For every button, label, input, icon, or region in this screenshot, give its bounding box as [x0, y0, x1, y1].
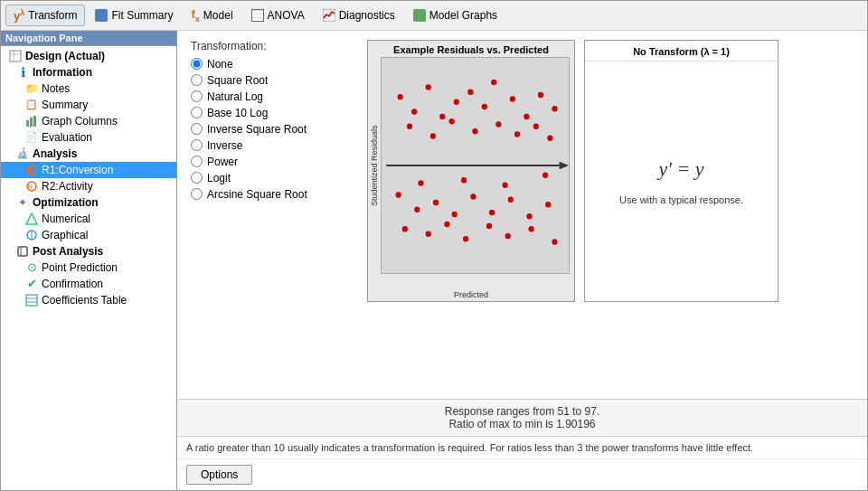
analysis-icon: 🔬 [15, 146, 30, 161]
svg-point-61 [503, 182, 508, 187]
nav-item-information[interactable]: ℹ Information [1, 64, 176, 80]
graph-columns-label: Graph Columns [42, 115, 118, 127]
design-icon [8, 49, 23, 63]
toolbar: yλ Transform Fit Summary fx Model ANOVA … [1, 1, 867, 31]
nav-item-confirmation[interactable]: ✔ Confirmation [1, 276, 176, 292]
radio-inverse-sqrt[interactable]: Inverse Square Root [191, 123, 354, 136]
model-graphs-label: Model Graphs [429, 9, 497, 22]
svg-rect-16 [26, 295, 37, 306]
radio-logit[interactable]: Logit [191, 172, 354, 184]
fit-summary-button[interactable]: Fit Summary [87, 5, 181, 25]
svg-point-47 [489, 209, 495, 214]
fit-summary-icon [95, 9, 108, 22]
svg-point-62 [542, 172, 548, 177]
diagnostics-label: Diagnostics [339, 9, 395, 22]
nav-item-coefficients[interactable]: Coefficients Table [1, 292, 176, 308]
svg-point-25 [467, 89, 473, 94]
description-bar: A ratio greater than 10 usually indicate… [177, 436, 867, 458]
diagnostics-button[interactable]: Diagnostics [315, 5, 403, 25]
graph-columns-icon [24, 114, 39, 128]
svg-point-23 [439, 113, 445, 118]
radio-inverse[interactable]: Inverse [191, 139, 354, 152]
confirmation-label: Confirmation [42, 278, 103, 290]
content-area: Transformation: None Square Root [177, 31, 867, 490]
radio-arcsine-label: Arcsine Square Root [207, 188, 307, 201]
transform-icon: yλ [14, 8, 24, 23]
no-transform-title: No Transform (λ = 1) [585, 41, 778, 61]
r1-icon: R [24, 163, 39, 177]
no-transform-box: No Transform (λ = 1) y' = y Use with a t… [584, 40, 778, 302]
svg-point-20 [398, 94, 403, 99]
svg-point-58 [552, 239, 557, 244]
evaluation-label: Evaluation [42, 131, 92, 144]
nav-item-graph-columns[interactable]: Graph Columns [1, 113, 176, 129]
charts-area: Example Residuals vs. Predicted Studenti… [367, 40, 854, 302]
info-bar: Response ranges from 51 to 97. Ratio of … [177, 399, 867, 436]
nav-pane-title: Navigation Pane [1, 31, 176, 46]
nav-item-numerical[interactable]: Numerical [1, 211, 176, 227]
nav-item-post-analysis[interactable]: Post Analysis [1, 243, 176, 260]
nav-item-graphical[interactable]: Graphical [1, 227, 176, 243]
options-button[interactable]: Options [186, 465, 252, 485]
radio-inv-label: Inverse [207, 139, 242, 152]
svg-text:R: R [28, 167, 33, 174]
diagnostics-icon [323, 9, 335, 22]
graphical-icon [24, 228, 39, 242]
radio-base10-log[interactable]: Base 10 Log [191, 107, 354, 119]
svg-point-46 [470, 194, 476, 199]
numerical-icon [24, 212, 39, 226]
notes-icon: 📁 [24, 81, 39, 96]
svg-rect-4 [26, 120, 29, 127]
svg-rect-1 [10, 51, 21, 61]
svg-point-28 [510, 96, 515, 101]
radio-square-root[interactable]: Square Root [191, 74, 354, 87]
model-icon: fx [192, 7, 200, 24]
nav-item-point-prediction[interactable]: ⊙ Point Prediction [1, 260, 176, 276]
svg-point-51 [402, 226, 408, 231]
svg-point-24 [454, 99, 459, 104]
svg-point-26 [482, 103, 487, 109]
svg-point-42 [396, 192, 401, 197]
radio-none[interactable]: None [191, 58, 354, 71]
model-label: Model [203, 9, 233, 22]
scatter-chart: Example Residuals vs. Predicted Studenti… [367, 40, 575, 302]
point-prediction-label: Point Prediction [42, 261, 118, 274]
anova-label: ANOVA [268, 9, 305, 22]
anova-button[interactable]: ANOVA [243, 5, 313, 25]
svg-point-43 [414, 206, 420, 212]
y-axis-label: Studentized Residuals [368, 57, 381, 274]
svg-point-27 [491, 79, 496, 84]
svg-point-56 [505, 232, 511, 238]
no-transform-formula: y' = y [658, 157, 703, 181]
nav-item-optimization[interactable]: ✦ Optimization [1, 194, 176, 211]
nav-tree: Design (Actual) ℹ Information 📁 Notes [1, 46, 176, 490]
nav-item-r2[interactable]: R R2:Activity [1, 178, 176, 194]
scatter-chart-container: Example Residuals vs. Predicted Studenti… [367, 40, 575, 302]
nav-item-summary[interactable]: 📋 Summary [1, 97, 176, 113]
nav-item-design[interactable]: Design (Actual) [1, 48, 176, 64]
x-axis-label: Predicted [368, 290, 574, 301]
svg-point-35 [472, 127, 477, 133]
nav-item-r1[interactable]: R R1:Conversion [1, 162, 176, 178]
r2-label: R2:Activity [42, 180, 93, 193]
transform-content: Transformation: None Square Root [191, 40, 854, 302]
post-analysis-label: Post Analysis [33, 245, 103, 258]
model-graphs-button[interactable]: Model Graphs [405, 5, 505, 25]
svg-point-57 [528, 226, 533, 231]
nav-item-notes[interactable]: 📁 Notes [1, 80, 176, 97]
r1-label: R1:Conversion [42, 164, 113, 176]
model-button[interactable]: fx Model [184, 4, 241, 27]
transform-button[interactable]: yλ Transform [5, 5, 85, 26]
model-graphs-icon [413, 9, 426, 22]
transformation-label: Transformation: [191, 40, 354, 52]
radio-natural-log[interactable]: Natural Log [191, 90, 354, 103]
radio-power[interactable]: Power [191, 156, 354, 168]
options-area: Options [177, 458, 867, 490]
nav-item-analysis[interactable]: 🔬 Analysis [1, 146, 176, 162]
radio-none-label: None [207, 58, 233, 71]
transform-options: Transformation: None Square Root [191, 40, 354, 302]
transform-label: Transform [28, 9, 77, 22]
nav-item-evaluation[interactable]: 📄 Evaluation [1, 129, 176, 146]
radio-arcsine[interactable]: Arcsine Square Root [191, 188, 354, 201]
svg-point-34 [449, 118, 455, 124]
